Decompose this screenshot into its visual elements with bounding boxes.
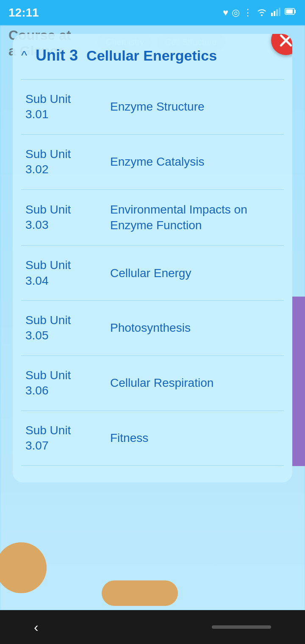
status-icons: ♥ ◎ ⋮: [223, 7, 297, 19]
svg-rect-3: [279, 8, 280, 16]
unit-name: Cellular Energetics: [86, 47, 217, 64]
wifi-icon: [256, 7, 268, 19]
svg-rect-5: [286, 9, 293, 14]
modal-overlay: ^ Unit 3 Cellular Energetics Sub Unit3.0…: [0, 25, 305, 610]
battery-icon: [285, 7, 297, 19]
subunit-topic-3-07: Fitness: [110, 430, 280, 446]
nav-bar: ‹: [0, 610, 305, 644]
modal: ^ Unit 3 Cellular Energetics Sub Unit3.0…: [13, 34, 292, 483]
subunit-row-3-06[interactable]: Sub Unit3.06 Cellular Respiration: [21, 356, 284, 411]
subunit-number-3-05: Sub Unit3.05: [25, 313, 110, 344]
subunit-topic-3-02: Enzyme Catalysis: [110, 154, 280, 170]
subunit-number-3-07: Sub Unit3.07: [25, 423, 110, 454]
subunit-number-3-04: Sub Unit3.04: [25, 258, 110, 289]
subunit-topic-3-05: Photosynthesis: [110, 320, 280, 336]
svg-rect-0: [271, 13, 273, 16]
subunit-topic-3-04: Cellular Energy: [110, 265, 280, 281]
svg-rect-2: [276, 9, 278, 16]
subunit-topic-3-06: Cellular Respiration: [110, 375, 280, 391]
collapse-icon[interactable]: ^: [21, 48, 27, 63]
subunit-row-3-04[interactable]: Sub Unit3.04 Cellular Energy: [21, 246, 284, 301]
vibrate-icon: ⋮: [243, 7, 252, 18]
signal-icon: [271, 7, 281, 19]
subunit-row-3-02[interactable]: Sub Unit3.02 Enzyme Catalysis: [21, 135, 284, 190]
subunit-row-3-01[interactable]: Sub Unit3.01 Enzyme Structure: [21, 80, 284, 135]
subunit-number-3-02: Sub Unit3.02: [25, 147, 110, 178]
circle-icon: ◎: [232, 7, 240, 18]
subunit-topic-3-03: Environmental Impacts on Enzyme Function: [110, 202, 280, 234]
modal-header: ^ Unit 3 Cellular Energetics: [21, 47, 284, 71]
heart-icon: ♥: [223, 7, 228, 18]
subunit-row-3-05[interactable]: Sub Unit3.05 Photosynthesis: [21, 301, 284, 356]
status-time: 12:11: [8, 6, 39, 19]
subunit-list: Sub Unit3.01 Enzyme Structure Sub Unit3.…: [21, 80, 284, 466]
svg-rect-6: [294, 10, 296, 13]
subunit-row-3-07[interactable]: Sub Unit3.07 Fitness: [21, 411, 284, 466]
unit-title: Unit 3: [36, 47, 78, 64]
home-indicator[interactable]: [212, 625, 271, 629]
subunit-row-3-03[interactable]: Sub Unit3.03 Environmental Impacts on En…: [21, 190, 284, 246]
subunit-number-3-01: Sub Unit3.01: [25, 92, 110, 122]
status-bar: 12:11 ♥ ◎ ⋮: [0, 0, 305, 25]
svg-rect-1: [274, 11, 275, 16]
subunit-number-3-06: Sub Unit3.06: [25, 368, 110, 399]
subunit-topic-3-01: Enzyme Structure: [110, 99, 280, 115]
back-button[interactable]: ‹: [34, 619, 39, 635]
subunit-number-3-03: Sub Unit3.03: [25, 202, 110, 233]
